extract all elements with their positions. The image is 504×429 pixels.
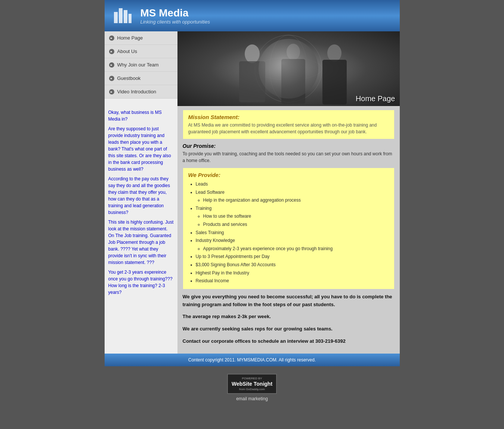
nav-about[interactable]: About Us — [105, 45, 177, 58]
left-commentary: Okay, what business is MS Media in? Are … — [105, 106, 177, 354]
nav-about-label: About Us — [117, 49, 137, 54]
bottom-text-2: The average rep makes 2-3k per week. — [183, 313, 395, 321]
nav-guestbook-label: Guestbook — [117, 75, 141, 81]
content-row: Okay, what business is MS Media in? Are … — [105, 106, 400, 354]
bottom-text-4: Contact our corporate offices to schedul… — [183, 338, 395, 345]
nav-home-label: Home Page — [117, 35, 143, 41]
hero-page-title: Home Page — [356, 94, 395, 103]
svg-rect-0 — [114, 12, 118, 23]
svg-rect-2 — [124, 10, 127, 23]
hero-image: Home Page — [177, 31, 400, 106]
list-sub-item: Products and services — [203, 221, 389, 229]
provide-box: We Provide: Leads Lead Software Help in … — [183, 168, 395, 289]
nav-bullet-why-join — [109, 62, 114, 68]
list-item: Leads — [196, 180, 389, 189]
svg-point-11 — [327, 44, 341, 62]
commentary-p4: This site is highly confusing. Just look… — [108, 219, 174, 266]
main-wrapper: Home Page About Us Why Join our Team Gue… — [105, 31, 400, 354]
site-title: MS Media — [140, 7, 210, 19]
nav-bullet-about — [109, 49, 114, 54]
footer: Content copyright 2011. MYMSMEDIA.COM. A… — [105, 354, 400, 366]
list-item: Sales Training — [196, 229, 389, 237]
main-content: Mission Statement: At MS Media we are co… — [177, 106, 400, 354]
mission-box: Mission Statement: At MS Media we are co… — [183, 110, 395, 139]
svg-rect-3 — [129, 14, 132, 23]
list-item: Lead Software Help in the organization a… — [196, 189, 389, 205]
globe-decoration — [259, 39, 318, 99]
nav-bullet-guestbook — [109, 76, 114, 81]
promise-section: Our Promise: To provide you with trainin… — [183, 143, 395, 164]
commentary-p1: Okay, what business is MS Media in? — [108, 109, 174, 122]
svg-rect-1 — [119, 8, 123, 23]
mission-title: Mission Statement: — [188, 114, 389, 120]
header: MS Media Linking clients with opportunit… — [105, 0, 400, 31]
list-item: Residual Income — [196, 277, 389, 285]
commentary-p2: Are they supposed to just provide indust… — [108, 125, 174, 172]
nav-why-join-label: Why Join our Team — [117, 62, 159, 68]
powered-sub: from GoDaddy.com — [239, 388, 265, 391]
nav-video[interactable]: Video Introduction — [105, 85, 177, 99]
bottom-text-3: We are currently seeking sales reps for … — [183, 325, 395, 333]
top-section: Home Page About Us Why Join our Team Gue… — [105, 31, 400, 106]
powered-site-name: WebSite Tonight — [232, 381, 272, 387]
site-subtitle: Linking clients with opportunities — [140, 19, 210, 25]
svg-rect-12 — [322, 60, 347, 105]
email-marketing-label: email marketing — [112, 396, 392, 401]
commentary-p5: You get 2-3 years expereince once you go… — [108, 269, 174, 296]
nav-bullet-home — [109, 35, 114, 41]
list-item: Up to 3 Preset Appointments per Day — [196, 253, 389, 261]
svg-point-7 — [245, 44, 260, 63]
list-item: Training How to use the software Product… — [196, 205, 389, 229]
mission-text: At MS Media we are committed to providin… — [188, 122, 389, 135]
powered-badge[interactable]: POWERED BY WebSite Tonight from GoDaddy.… — [227, 374, 277, 394]
logo-icon — [112, 4, 134, 27]
bottom-text-1: We give you everything you need to becom… — [183, 293, 395, 309]
powered-by-section: POWERED BY WebSite Tonight from GoDaddy.… — [105, 366, 400, 409]
list-sub-item: Help in the organization and aggregation… — [203, 196, 389, 205]
list-sub-item: Approximately 2-3 years experience once … — [203, 245, 389, 253]
nav-bullet-video — [109, 89, 114, 94]
list-sub-item: How to use the software — [203, 212, 389, 221]
list-item: Highest Pay in the Industry — [196, 269, 389, 277]
provide-list: Leads Lead Software Help in the organiza… — [188, 180, 389, 285]
promise-title: Our Promise: — [183, 143, 395, 149]
promise-text: To provide you with training, coaching a… — [183, 150, 395, 164]
sidebar: Home Page About Us Why Join our Team Gue… — [105, 31, 177, 106]
commentary-p3: According to the pay outs they say they … — [108, 175, 174, 216]
header-text: MS Media Linking clients with opportunit… — [140, 7, 210, 25]
nav-home[interactable]: Home Page — [105, 31, 177, 45]
nav-guestbook[interactable]: Guestbook — [105, 72, 177, 85]
provide-title: We Provide: — [188, 172, 389, 178]
list-item: Industry Knowledge Approximately 2-3 yea… — [196, 237, 389, 253]
copyright-text: Content copyright 2011. MYMSMEDIA.COM. A… — [188, 357, 316, 363]
powered-label: POWERED BY — [232, 377, 272, 380]
list-item: $3,000 Signing Bonus After 30 Accounts — [196, 261, 389, 269]
nav-why-join[interactable]: Why Join our Team — [105, 58, 177, 72]
nav-video-label: Video Introduction — [117, 89, 157, 94]
